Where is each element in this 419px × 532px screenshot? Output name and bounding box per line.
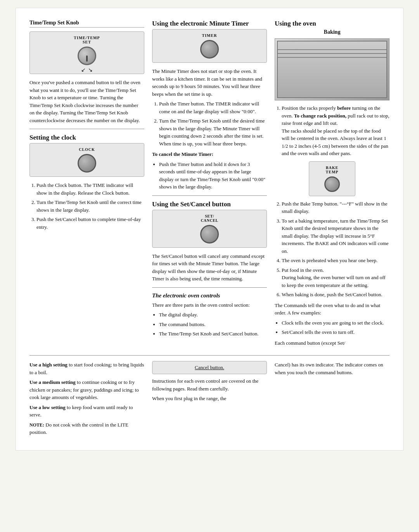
- section-set-cancel: Using the Set/Cancel button SET/CANCEL T…: [152, 200, 267, 283]
- cancel-timer-title: To cancel the Minute Timer:: [152, 150, 267, 158]
- baking-step-3: To set a baking temperature, turn the Ti…: [282, 217, 390, 255]
- main-grid: Time/Temp Set Knob TIME/TEMPSET Once you…: [29, 20, 390, 349]
- baking-step-2: Push the Bake Temp button. "---°F" will …: [282, 200, 390, 215]
- controls-bullet-2: The command buttons.: [159, 321, 267, 328]
- baking-step-6: When baking is done, push the Set/Cancel…: [282, 291, 390, 299]
- cancel-btn-box: Cancel button.: [152, 361, 267, 374]
- set-cancel-box: SET/CANCEL: [152, 210, 267, 248]
- examples-list: Clock tells the oven you are going to se…: [282, 319, 390, 336]
- column-1: Time/Temp Set Knob TIME/TEMPSET Once you…: [29, 20, 144, 349]
- timer-step-2: Turn the Time/Temp Set Knob until the de…: [159, 117, 267, 147]
- timer-label: TIMER: [156, 33, 263, 38]
- set-cancel-body: The Set/Cancel button will cancel any co…: [152, 252, 267, 283]
- oven-inner: [277, 41, 387, 98]
- arrow-indicator: [81, 67, 93, 70]
- time-temp-body: Once you've pushed a command button to t…: [29, 79, 144, 124]
- baking-steps-list-2: Push the Bake Temp button. "---°F" will …: [282, 200, 390, 299]
- cancel-timer-step-1: Push the Timer button and hold it down f…: [159, 161, 267, 191]
- controls-body: There are three parts in the oven contro…: [152, 301, 267, 309]
- rack-line-3: [278, 57, 386, 58]
- timer-box: TIMER: [152, 29, 267, 63]
- bake-temp-box: BAKETEMP: [309, 161, 355, 196]
- controls-title: The electronic oven controls: [152, 292, 267, 299]
- page: Time/Temp Set Knob TIME/TEMPSET Once you…: [16, 8, 403, 451]
- section-minute-timer: Using the electronic Minute Timer TIMER …: [152, 20, 267, 191]
- baking-step-4: The oven is preheated when you hear one …: [282, 257, 390, 264]
- timer-body: The Minute Timer does not start or stop …: [152, 67, 267, 98]
- bottom-col-3: Cancel) has its own indicator. The indic…: [275, 361, 390, 439]
- controls-bullet-3: The Time/Temp Set Knob and Set/Cancel bu…: [159, 330, 267, 338]
- bottom-col-2: Cancel button. Instructions for each ove…: [152, 361, 267, 439]
- timer-knob[interactable]: [200, 40, 219, 59]
- bottom-col-1: Use a high setting to start food cooking…: [29, 361, 144, 439]
- set-cancel-label: SET/CANCEL: [156, 214, 263, 223]
- minute-timer-title: Using the electronic Minute Timer: [152, 20, 267, 28]
- controls-examples-text: The Commands tell the oven what to do an…: [275, 302, 390, 317]
- use-medium-bold: Use a medium setting: [29, 379, 76, 385]
- column-2: Using the electronic Minute Timer TIMER …: [152, 20, 267, 349]
- clock-section-title: Setting the clock: [29, 134, 144, 142]
- controls-bullets: The digital display. The command buttons…: [159, 311, 267, 338]
- oven-rack-lines: [278, 49, 386, 61]
- cancel-btn-body: Instructions for each oven control are c…: [152, 377, 267, 392]
- cancel-btn-label: Cancel button.: [157, 364, 262, 371]
- clock-box: CLOCK: [29, 143, 144, 177]
- baking-steps-list: Position the racks properly before turni…: [282, 104, 390, 157]
- oven-illustration: [275, 38, 390, 100]
- example-1: Clock tells the oven you are going to se…: [282, 319, 390, 327]
- cancel-btn-body2: When you first plug in the range, the: [152, 395, 267, 402]
- rack-line-1: [278, 49, 386, 50]
- example-2: Set/Cancel tells the oven to turn off.: [282, 328, 390, 336]
- use-high-bold: Use a high setting: [29, 362, 68, 368]
- bake-temp-label: BAKETEMP: [313, 166, 351, 174]
- divider-1: [29, 129, 144, 129]
- timer-steps-list: Push the Timer button. The TIMER indicat…: [159, 100, 267, 147]
- clock-step-3: Push the Set/Cancel button to complete t…: [36, 216, 144, 231]
- bake-temp-knob[interactable]: [324, 176, 340, 192]
- cancel-timer-list: Push the Timer button and hold it down f…: [159, 161, 267, 191]
- section-electronic-controls: The electronic oven controls There are t…: [152, 292, 267, 338]
- section-time-temp-knob: Time/Temp Set Knob TIME/TEMPSET Once you…: [29, 20, 144, 124]
- use-low-para: Use a low setting to keep food warm unti…: [29, 404, 144, 419]
- cancel-body: Cancel) has its own indicator. The indic…: [275, 361, 390, 376]
- note-text: Do not cook with the control in the LITE…: [29, 422, 128, 435]
- time-temp-knob-box: TIME/TEMPSET: [29, 31, 144, 74]
- rack-line-2: [278, 53, 386, 54]
- controls-bullet-1: The digital display.: [159, 311, 267, 319]
- clock-knob[interactable]: [78, 154, 96, 173]
- baking-subtitle: Baking: [275, 29, 390, 35]
- bottom-grid: Use a high setting to start food cooking…: [29, 355, 390, 439]
- set-cancel-knob[interactable]: [200, 225, 219, 244]
- clock-step-1: Push the Clock button. The TIME indicato…: [36, 181, 144, 197]
- clock-label: CLOCK: [34, 147, 140, 152]
- each-command-text: Each command button (except Set/: [275, 339, 390, 347]
- divider-2: [152, 195, 267, 196]
- baking-step-1: Position the racks properly before turni…: [282, 104, 390, 157]
- use-high-para: Use a high setting to start food cooking…: [29, 361, 144, 376]
- note-label: NOTE:: [29, 422, 44, 428]
- clock-step-2: Turn the Time/Temp Set Knob until the co…: [36, 199, 144, 214]
- note-para: NOTE: Do not cook with the control in th…: [29, 421, 144, 436]
- use-low-bold: Use a low setting: [29, 404, 66, 410]
- time-temp-title: Time/Temp Set Knob: [29, 20, 144, 28]
- timer-step-1: Push the Timer button. The TIMER indicat…: [159, 100, 267, 115]
- section-using-oven: Using the oven Baking Position the racks…: [275, 20, 390, 347]
- use-medium-para: Use a medium setting to continue cooking…: [29, 378, 144, 401]
- clock-steps-list: Push the Clock button. The TIME indicato…: [36, 181, 144, 231]
- divider-3: [152, 287, 267, 288]
- using-oven-title: Using the oven: [275, 20, 390, 28]
- set-cancel-title: Using the Set/Cancel button: [152, 200, 267, 208]
- time-temp-label: TIME/TEMPSET: [34, 36, 140, 44]
- column-3: Using the oven Baking Position the racks…: [275, 20, 390, 349]
- section-clock: Setting the clock CLOCK Push the Clock b…: [29, 134, 144, 231]
- baking-step-5: Put food in the oven.During baking, the …: [282, 266, 390, 289]
- time-temp-knob[interactable]: [78, 47, 96, 65]
